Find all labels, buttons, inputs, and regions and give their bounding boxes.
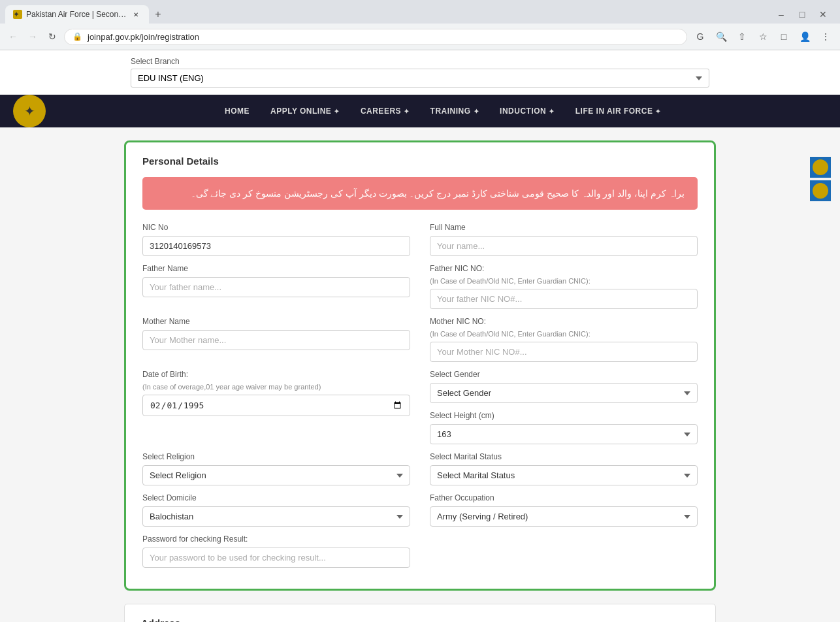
google-icon[interactable]: G [691,27,709,46]
tab-close-button[interactable]: ✕ [131,9,141,20]
father-name-input[interactable] [142,277,410,297]
marital-select[interactable]: Select Marital Status Single Married Div… [430,465,698,485]
mother-name-input[interactable] [142,330,410,350]
dob-label: Date of Birth: [142,370,410,379]
gender-label: Select Gender [430,370,698,379]
mother-nic-input[interactable] [430,342,698,362]
training-arrow: ✦ [474,108,479,115]
domicile-select[interactable]: Balochistan Punjab Sindh KPK [142,506,410,527]
nic-group: NIC No [142,223,410,256]
induction-arrow: ✦ [549,108,555,115]
branch-label: Select Branch [131,57,709,66]
browser-actions: G 🔍 ⇧ ☆ □ 👤 ⋮ [691,27,835,46]
mother-nic-label: Mother NIC NO: [430,317,698,326]
badge-emblem-2 [813,183,828,199]
navbar: ✦ HOME APPLY ONLINE ✦ CAREERS ✦ TRAINING… [0,95,840,127]
row-dob-gender: Date of Birth: (In case of overage,01 ye… [142,370,698,444]
side-badges [810,157,831,201]
branch-select[interactable]: EDU INST (ENG) [131,69,709,88]
row-domicile-occupation: Select Domicile Balochistan Punjab Sindh… [142,493,698,527]
father-nic-group: Father NIC NO: (In Case of Death/Old NIC… [430,264,698,309]
nic-label: NIC No [142,223,410,232]
branch-dropdown-area: Select Branch EDU INST (ENG) [0,50,840,95]
careers-arrow: ✦ [404,108,410,115]
dob-sub-label: (In case of overage,01 year age waiver m… [142,383,410,391]
height-label: Select Height (cm) [430,411,698,420]
minimize-button[interactable]: – [775,9,788,20]
alert-box: براہ کرم اپنا، والد اور والدہ کا صحیح قو… [142,177,698,210]
extensions-button[interactable]: □ [775,27,793,46]
gender-select[interactable]: Select Gender Male Female [430,383,698,403]
nav-induction[interactable]: INDUCTION ✦ [489,99,565,123]
father-nic-label: Father NIC NO: [430,264,698,273]
nic-input[interactable] [142,236,410,256]
badge-emblem-1 [813,159,828,175]
maximize-button[interactable]: □ [796,9,809,20]
password-input[interactable] [142,548,410,568]
logo-emblem: ✦ [13,95,46,127]
row-father: Father Name Father NIC NO: (In Case of D… [142,264,698,309]
father-nic-sub-label: (In Case of Death/Old NIC, Enter Guardia… [430,277,698,285]
nav-careers[interactable]: CAREERS ✦ [350,99,420,123]
full-name-label: Full Name [430,223,698,232]
menu-button[interactable]: ⋮ [816,27,835,46]
row-nic-fullname: NIC No Full Name [142,223,698,256]
nav-logo: ✦ [13,95,46,127]
password-label: Password for checking Result: [142,534,410,544]
gender-height-group: Select Gender Select Gender Male Female … [430,370,698,444]
father-name-label: Father Name [142,264,410,273]
father-occupation-select[interactable]: Army (Serving / Retired) Air Force (Serv… [430,506,698,527]
side-badge-2[interactable] [810,180,831,201]
full-name-input[interactable] [430,236,698,256]
alert-text: براہ کرم اپنا، والد اور والدہ کا صحیح قو… [191,188,685,199]
address-section: Address [124,604,716,622]
website: Select Branch EDU INST (ENG) ✦ HOME APPL… [0,50,840,622]
window-controls: – □ ✕ [775,9,835,20]
religion-label: Select Religion [142,452,410,461]
father-nic-input[interactable] [430,289,698,309]
address-title: Address [141,617,699,622]
mother-nic-sub-label: (In Case of Death/Old NIC, Enter Guardia… [430,330,698,338]
tab-favicon: ✦ [13,10,22,19]
row-mother: Mother Name Mother NIC NO: (In Case of D… [142,317,698,362]
father-occupation-group: Father Occupation Army (Serving / Retire… [430,493,698,527]
active-tab[interactable]: ✦ Pakistan Air Force | Second to N... ✕ [5,5,149,24]
mother-nic-group: Mother NIC NO: (In Case of Death/Old NIC… [430,317,698,362]
new-tab-button[interactable]: + [149,5,167,24]
nav-apply-online[interactable]: APPLY ONLINE ✦ [260,99,350,123]
father-name-group: Father Name [142,264,410,309]
dob-input[interactable] [142,395,410,416]
url-text: joinpaf.gov.pk/join/registration [88,32,679,42]
personal-details-title: Personal Details [142,156,698,167]
bookmark-button[interactable]: ☆ [754,27,772,46]
mother-name-group: Mother Name [142,317,410,362]
back-button[interactable]: ← [5,29,21,44]
forward-button[interactable]: → [25,29,40,44]
dob-group: Date of Birth: (In case of overage,01 ye… [142,370,410,444]
full-name-group: Full Name [430,223,698,256]
height-select[interactable]: 163 164 165 [430,424,698,444]
religion-group: Select Religion Select Religion Islam Ch… [142,452,410,485]
profile-button[interactable]: 👤 [796,27,814,46]
close-window-button[interactable]: ✕ [816,9,830,20]
nav-home[interactable]: HOME [214,99,260,123]
tab-bar: ✦ Pakistan Air Force | Second to N... ✕ … [0,0,840,24]
side-badge-1[interactable] [810,157,831,178]
domicile-group: Select Domicile Balochistan Punjab Sindh… [142,493,410,527]
search-button[interactable]: 🔍 [712,27,730,46]
mother-name-label: Mother Name [142,317,410,326]
marital-group: Select Marital Status Select Marital Sta… [430,452,698,485]
nav-life-in-air-force[interactable]: LIFE IN AIR FORCE ✦ [565,99,671,123]
refresh-button[interactable]: ↻ [44,29,60,44]
father-occupation-label: Father Occupation [430,493,698,502]
row-password: Password for checking Result: [142,534,698,568]
nav-items: HOME APPLY ONLINE ✦ CAREERS ✦ TRAINING ✦… [59,99,827,123]
religion-select[interactable]: Select Religion Islam Christianity Hindu… [142,465,410,485]
page-content: Personal Details براہ کرم اپنا، والد اور… [0,127,840,622]
password-group: Password for checking Result: [142,534,410,568]
address-bar-row: ← → ↻ 🔒 joinpaf.gov.pk/join/registration… [0,24,840,50]
address-bar[interactable]: 🔒 joinpaf.gov.pk/join/registration [64,29,687,45]
tab-title: Pakistan Air Force | Second to N... [26,10,127,19]
share-button[interactable]: ⇧ [733,27,751,46]
nav-training[interactable]: TRAINING ✦ [420,99,490,123]
